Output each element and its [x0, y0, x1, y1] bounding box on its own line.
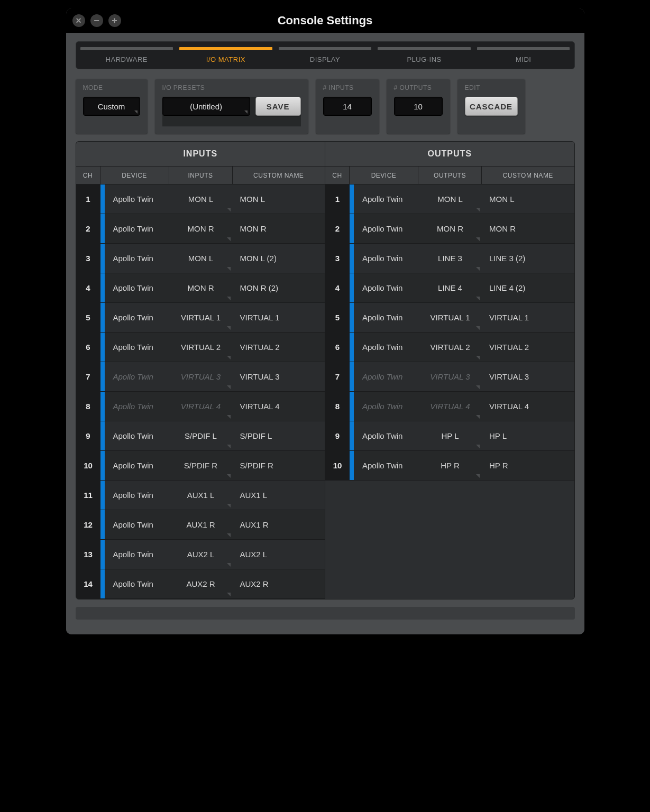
custom-name-field[interactable]: MON L — [482, 184, 574, 214]
custom-name-field[interactable]: AUX2 L — [233, 540, 325, 569]
tab-display[interactable]: DISPLAY — [279, 45, 372, 63]
mode-label: MODE — [83, 84, 140, 91]
input-select[interactable]: MON R — [169, 273, 233, 302]
tab-label: MIDI — [477, 56, 570, 63]
channel-number: 10 — [325, 451, 350, 480]
table-row: 9Apollo TwinS/PDIF LS/PDIF L — [76, 421, 325, 451]
channel-number: 12 — [76, 510, 100, 539]
channel-number: 7 — [325, 362, 350, 391]
input-select[interactable]: MON L — [169, 184, 233, 214]
preset-select[interactable]: (Untitled) — [162, 97, 250, 116]
custom-name-field[interactable]: AUX1 L — [233, 481, 325, 510]
color-stripe — [350, 214, 354, 243]
input-select[interactable]: MON L — [169, 244, 233, 273]
output-select[interactable]: LINE 3 — [418, 244, 482, 273]
tab-midi[interactable]: MIDI — [477, 45, 570, 63]
input-select[interactable]: VIRTUAL 1 — [169, 303, 233, 332]
tab-label: HARDWARE — [80, 56, 173, 63]
custom-name-field[interactable]: AUX2 R — [233, 569, 325, 598]
custom-name-field[interactable]: LINE 4 (2) — [482, 273, 574, 302]
input-select[interactable]: S/PDIF L — [169, 421, 233, 450]
input-select[interactable]: AUX2 L — [169, 540, 233, 569]
custom-name-field[interactable]: VIRTUAL 3 — [482, 362, 574, 391]
dropdown-icon — [476, 415, 480, 419]
maximize-button[interactable]: + — [108, 14, 121, 27]
custom-name-field[interactable]: VIRTUAL 2 — [233, 333, 325, 362]
custom-name-field[interactable]: HP R — [482, 451, 574, 480]
device-name: Apollo Twin — [354, 451, 418, 480]
channel-number: 4 — [76, 273, 100, 302]
custom-name-field[interactable]: VIRTUAL 1 — [233, 303, 325, 332]
dropdown-icon — [227, 267, 231, 271]
output-select[interactable]: MON L — [418, 184, 482, 214]
output-select[interactable]: VIRTUAL 2 — [418, 333, 482, 362]
color-stripe — [350, 184, 354, 214]
output-select[interactable]: HP L — [418, 421, 482, 450]
dropdown-icon — [476, 237, 480, 241]
dropdown-icon — [227, 297, 231, 300]
input-select[interactable]: VIRTUAL 2 — [169, 333, 233, 362]
custom-name-field[interactable]: MON R — [233, 214, 325, 243]
inputs-count-value[interactable]: 14 — [323, 97, 372, 116]
tab-i-o-matrix[interactable]: I/O MATRIX — [179, 45, 272, 63]
col-custom-name: CUSTOM NAME — [233, 167, 325, 184]
table-row: 10Apollo TwinHP RHP R — [325, 451, 574, 481]
input-select[interactable]: AUX1 L — [169, 481, 233, 510]
color-stripe — [100, 421, 105, 450]
table-row: 8Apollo TwinVIRTUAL 4VIRTUAL 4 — [76, 392, 325, 421]
custom-name-field[interactable]: S/PDIF L — [233, 421, 325, 450]
color-stripe — [100, 362, 105, 391]
color-stripe — [100, 510, 105, 539]
col-inputs: INPUTS — [169, 167, 233, 184]
col-custom-name: CUSTOM NAME — [482, 167, 574, 184]
input-select[interactable]: VIRTUAL 4 — [169, 392, 233, 421]
custom-name-field[interactable]: VIRTUAL 1 — [482, 303, 574, 332]
table-row: 6Apollo TwinVIRTUAL 2VIRTUAL 2 — [325, 333, 574, 362]
cascade-button[interactable]: CASCADE — [465, 97, 518, 116]
custom-name-field[interactable]: HP L — [482, 421, 574, 450]
minimize-button[interactable]: − — [90, 14, 103, 27]
custom-name-field[interactable]: AUX1 R — [233, 510, 325, 539]
device-name: Apollo Twin — [105, 273, 169, 302]
color-stripe — [350, 362, 354, 391]
channel-number: 2 — [76, 214, 100, 243]
output-select[interactable]: VIRTUAL 1 — [418, 303, 482, 332]
custom-name-field[interactable]: VIRTUAL 2 — [482, 333, 574, 362]
output-select[interactable]: MON R — [418, 214, 482, 243]
custom-name-field[interactable]: MON R — [482, 214, 574, 243]
custom-name-field[interactable]: MON R (2) — [233, 273, 325, 302]
table-row: 12Apollo TwinAUX1 RAUX1 R — [76, 510, 325, 540]
output-select[interactable]: LINE 4 — [418, 273, 482, 302]
dropdown-icon — [244, 110, 248, 114]
custom-name-field[interactable]: MON L (2) — [233, 244, 325, 273]
device-name: Apollo Twin — [354, 421, 418, 450]
tab-hardware[interactable]: HARDWARE — [80, 45, 173, 63]
custom-name-field[interactable]: MON L — [233, 184, 325, 214]
custom-name-field[interactable]: VIRTUAL 4 — [482, 392, 574, 421]
custom-name-field[interactable]: VIRTUAL 3 — [233, 362, 325, 391]
input-select[interactable]: AUX2 R — [169, 569, 233, 598]
outputs-count-value[interactable]: 10 — [394, 97, 443, 116]
input-select[interactable]: VIRTUAL 3 — [169, 362, 233, 391]
output-select[interactable]: VIRTUAL 4 — [418, 392, 482, 421]
tab-plug-ins[interactable]: PLUG-INS — [378, 45, 471, 63]
output-select[interactable]: HP R — [418, 451, 482, 480]
tab-indicator — [477, 47, 570, 50]
input-select[interactable]: MON R — [169, 214, 233, 243]
input-select[interactable]: S/PDIF R — [169, 451, 233, 480]
color-stripe — [350, 273, 354, 302]
custom-name-field[interactable]: VIRTUAL 4 — [233, 392, 325, 421]
custom-name-field[interactable]: LINE 3 (2) — [482, 244, 574, 273]
save-button[interactable]: SAVE — [255, 97, 301, 116]
mode-select[interactable]: Custom — [83, 97, 140, 116]
inputs-section: CH DEVICE INPUTS CUSTOM NAME 1Apollo Twi… — [76, 167, 326, 599]
output-select[interactable]: VIRTUAL 3 — [418, 362, 482, 391]
device-name: Apollo Twin — [105, 333, 169, 362]
input-select[interactable]: AUX1 R — [169, 510, 233, 539]
device-name: Apollo Twin — [105, 214, 169, 243]
tab-strip: HARDWAREI/O MATRIXDISPLAYPLUG-INSMIDI — [76, 41, 575, 69]
close-button[interactable]: × — [72, 14, 85, 27]
window-title: Console Settings — [66, 14, 584, 27]
custom-name-field[interactable]: S/PDIF R — [233, 451, 325, 480]
channel-number: 13 — [76, 540, 100, 569]
